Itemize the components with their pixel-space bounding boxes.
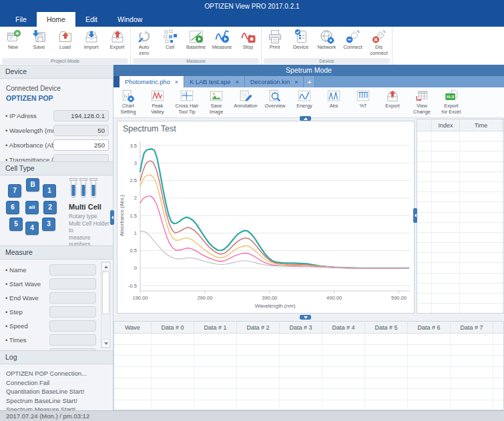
abs-button[interactable]: Abs: [319, 87, 348, 117]
auto-zero-button[interactable]: Auto zero: [131, 27, 157, 57]
data-table-row[interactable]: [114, 356, 503, 367]
scroll-up-button[interactable]: [101, 262, 110, 271]
sidebar-splitter-handle[interactable]: [110, 210, 114, 225]
export-button[interactable]: Export: [378, 87, 407, 117]
save-button[interactable]: Save: [26, 27, 52, 57]
index-time-table[interactable]: IndexTime: [417, 119, 504, 314]
index-table-row[interactable]: [417, 151, 503, 161]
index-table-row[interactable]: [417, 294, 503, 304]
data-table-cell: [280, 345, 322, 356]
data-table-row[interactable]: [114, 389, 503, 400]
annotation-button[interactable]: Annotation: [231, 87, 260, 117]
menu-tab-file[interactable]: File: [5, 12, 37, 27]
data-table-row[interactable]: [114, 378, 503, 390]
stop-button[interactable]: Stop: [235, 27, 261, 57]
data-table-cell: [237, 345, 280, 356]
splitter-collapse-down-button[interactable]: [300, 315, 311, 320]
measure-field-input-wavelength[interactable]: [49, 348, 96, 350]
network-button[interactable]: Network: [314, 27, 340, 57]
cell-button-1[interactable]: 1: [43, 184, 56, 197]
scroll-down-button[interactable]: [101, 339, 110, 348]
export-for-excel-button[interactable]: XLSExport for Excel: [437, 87, 466, 117]
peak-valley-button[interactable]: Peak Valley: [143, 87, 172, 117]
import-button[interactable]: Import: [78, 27, 104, 57]
chart-toolbar-label: Cross Hair Tool Tip: [176, 103, 199, 115]
index-table-row[interactable]: [417, 233, 503, 243]
data-table-row[interactable]: [114, 345, 503, 356]
device-panel: Connected Device OPTIZEN POP • IP Adress…: [0, 79, 113, 161]
measure-field-input-speed[interactable]: [49, 320, 96, 332]
measure-button[interactable]: Measure: [209, 27, 235, 57]
view-change-button[interactable]: View Change: [407, 87, 437, 117]
data-table-row[interactable]: [114, 400, 503, 410]
index-table-row[interactable]: [417, 223, 503, 233]
save-image-button[interactable]: Save Image: [202, 87, 231, 117]
index-table-row[interactable]: [417, 253, 503, 263]
measure-field-input-end-wave[interactable]: [49, 292, 96, 304]
print-button[interactable]: Print: [262, 27, 288, 57]
index-table-row[interactable]: [417, 243, 503, 253]
ribbon-group-device: PrintDeviceNetworkConnectDis connectDevi…: [262, 27, 393, 65]
cell-button-all[interactable]: all: [25, 201, 39, 214]
spectrum-chart[interactable]: 3.532.521.510.50-0.5190.00290.00390.0049…: [117, 137, 414, 312]
connect-button[interactable]: Connect: [340, 27, 366, 57]
splitter-collapse-up-button[interactable]: [300, 116, 311, 121]
cell-button-7[interactable]: 7: [8, 184, 21, 197]
close-tab-icon[interactable]: ×: [235, 79, 238, 85]
menu-tab-home[interactable]: Home: [37, 12, 75, 27]
measure-field-input-step[interactable]: [49, 306, 96, 318]
index-table-row[interactable]: [417, 172, 503, 182]
index-table-row[interactable]: [417, 162, 503, 172]
t-button[interactable]: %T: [348, 87, 378, 117]
document-tab-decoration-kin[interactable]: Decoration.kin×: [245, 76, 304, 87]
index-table-row[interactable]: [417, 304, 503, 314]
device-field-value-absorbance-abs[interactable]: 250: [53, 139, 109, 151]
data-table-row[interactable]: [114, 334, 503, 345]
close-tab-icon[interactable]: ×: [175, 79, 178, 85]
data-table-cell-fill: [493, 367, 503, 378]
index-table-row[interactable]: [417, 202, 503, 212]
measure-scrollbar[interactable]: [101, 262, 111, 348]
device-button[interactable]: Device: [288, 27, 314, 57]
cell-button-6[interactable]: 6: [6, 201, 19, 214]
index-table-row[interactable]: [417, 131, 503, 141]
measure-field-input-times[interactable]: [49, 334, 96, 346]
baseline-button[interactable]: Baseline: [183, 27, 209, 57]
cell-button-3[interactable]: 3: [42, 218, 55, 231]
dis-connect-button[interactable]: Dis connect: [366, 27, 392, 57]
wave-data-table[interactable]: WaveData # 0Data # 1Data # 2Data # 3Data…: [113, 321, 504, 410]
scroll-thumb[interactable]: [102, 272, 109, 314]
new-tab-button[interactable]: +: [304, 76, 315, 87]
index-table-row[interactable]: [417, 213, 503, 223]
index-table-row[interactable]: [417, 141, 503, 151]
measure-field-input-start-wave[interactable]: [49, 278, 96, 290]
menu-tab-edit[interactable]: Edit: [75, 12, 107, 27]
measure-field-input-name[interactable]: [49, 264, 96, 276]
load-button[interactable]: Load: [52, 27, 78, 57]
index-table-row[interactable]: [417, 263, 503, 273]
table-splitter-handle[interactable]: [413, 208, 417, 223]
new-button[interactable]: New: [0, 27, 26, 57]
index-table-row[interactable]: [417, 274, 503, 284]
data-table-header-data-4: Data # 4: [322, 322, 365, 333]
close-tab-icon[interactable]: ×: [294, 79, 298, 85]
energy-button[interactable]: Energy: [290, 87, 319, 117]
cell-button-4[interactable]: 4: [25, 222, 39, 235]
index-table-row[interactable]: [417, 284, 503, 294]
index-table-cell: [460, 233, 503, 242]
index-table-row[interactable]: [417, 182, 503, 192]
svg-text:Absorbance (Abs.): Absorbance (Abs.): [119, 194, 125, 236]
document-tab-photometric-pho[interactable]: Photometric.pho×: [119, 76, 184, 87]
overview-button[interactable]: Overview: [260, 87, 290, 117]
menu-tab-window[interactable]: Window: [107, 12, 152, 27]
cell-button-5[interactable]: 5: [9, 218, 23, 231]
chart-setting-button[interactable]: Chart Setting: [113, 87, 143, 117]
cell-button-b[interactable]: B: [26, 178, 39, 191]
cell-button-2[interactable]: 2: [43, 201, 57, 214]
index-table-row[interactable]: [417, 192, 503, 202]
cross-hair-tool-tip-button[interactable]: Cross Hair Tool Tip: [172, 87, 202, 117]
cell-button[interactable]: Cell: [157, 27, 183, 57]
export-button[interactable]: Export: [104, 27, 130, 57]
document-tab-k-lab-test-spe[interactable]: K LAB test.spe×: [184, 76, 245, 87]
data-table-row[interactable]: [114, 367, 503, 378]
